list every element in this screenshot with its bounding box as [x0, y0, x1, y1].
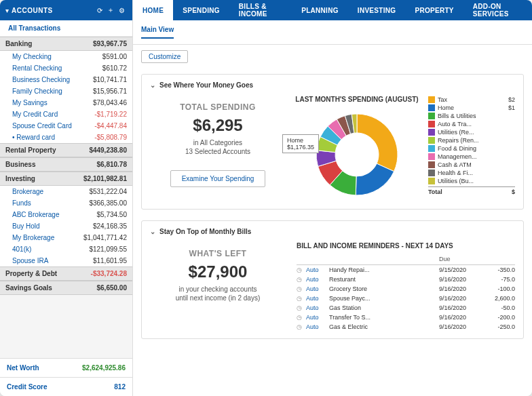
tab-investing[interactable]: INVESTING	[348, 0, 406, 20]
account-name: My Savings	[12, 99, 48, 106]
tab-add-on-services[interactable]: ADD-ON SERVICES	[463, 0, 532, 20]
bills-panel: ⌄ Stay On Top of Monthly Bills WHAT'S LE…	[141, 220, 524, 339]
tab-home[interactable]: HOME	[133, 0, 173, 20]
legend-row[interactable]: Health & Fi...	[428, 169, 515, 177]
reminder-row[interactable]: ◷AutoGas Station9/16/2020-50.0	[297, 303, 515, 313]
sidebar-category[interactable]: Business$6,810.78	[0, 157, 132, 172]
legend-name: Repairs (Ren...	[438, 137, 515, 144]
account-row[interactable]: My Checking$591.00	[0, 51, 132, 62]
main-view-tab[interactable]: Main View	[141, 26, 174, 39]
reminder-due: 9/16/2020	[439, 295, 481, 302]
account-row[interactable]: Family Checking$15,956.71	[0, 85, 132, 97]
donut-slice[interactable]	[357, 114, 398, 172]
sidebar-category[interactable]: Investing$2,101,982.81	[0, 172, 132, 186]
sidebar-title: ACCOUNTS	[12, 7, 94, 14]
chart-legend: Tax$2Home$1Bills & UtilitiesAuto & Tra..…	[428, 96, 515, 202]
legend-row[interactable]: Utilities (Bu...	[428, 177, 515, 185]
reminder-due: 9/16/2020	[439, 276, 481, 283]
category-name: Rental Property	[5, 146, 56, 154]
spending-panel-header[interactable]: ⌄ See Where Your Money Goes	[150, 81, 515, 89]
auto-link[interactable]: Auto	[306, 266, 329, 273]
total-spending-block: TOTAL SPENDING $6,295 in All Categories …	[150, 96, 286, 202]
bills-panel-header[interactable]: ⌄ Stay On Top of Monthly Bills	[150, 228, 515, 235]
auto-link[interactable]: Auto	[306, 304, 329, 311]
chevron-down-icon: ⌄	[150, 81, 155, 89]
account-row[interactable]: My Brokerage$1,041,771.42	[0, 232, 132, 243]
legend-name: Tax	[438, 96, 508, 103]
gear-icon[interactable]: ⚙	[116, 7, 127, 14]
legend-row[interactable]: Home$1	[428, 104, 515, 112]
account-name: Funds	[12, 199, 31, 207]
reminder-row[interactable]: ◷AutoGas & Electric9/16/2020-250.0	[297, 322, 515, 332]
refresh-icon[interactable]: ⟳	[94, 7, 105, 14]
all-transactions-link[interactable]: All Transactions	[0, 20, 132, 37]
legend-row[interactable]: Auto & Tra...	[428, 120, 515, 128]
auto-link[interactable]: Auto	[306, 276, 329, 283]
whats-left-sub2: until next income (in 2 days)	[150, 294, 286, 302]
tab-spending[interactable]: SPENDING	[173, 0, 229, 20]
credit-score-value: 812	[114, 383, 126, 391]
legend-row[interactable]: Managemen...	[428, 153, 515, 161]
legend-row[interactable]: Bills & Utilities	[428, 112, 515, 120]
account-name: Family Checking	[12, 87, 62, 95]
sidebar-header: ▾ ACCOUNTS ⟳ ＋ ⚙	[0, 0, 132, 20]
credit-score-row[interactable]: Credit Score 812	[0, 377, 132, 396]
account-row[interactable]: My Credit Card-$1,719.22	[0, 108, 132, 120]
chart-title: LAST MONTH'S SPENDING (AUGUST)	[292, 96, 421, 103]
account-row[interactable]: Rental Checking$610.72	[0, 62, 132, 74]
auto-link[interactable]: Auto	[306, 295, 329, 302]
tab-planning[interactable]: PLANNING	[292, 0, 348, 20]
examine-spending-button[interactable]: Examine Your Spending	[170, 170, 266, 187]
account-name: Buy Hold	[12, 222, 40, 230]
sidebar-category[interactable]: Savings Goals$6,650.00	[0, 281, 132, 295]
net-worth-row[interactable]: Net Worth $2,624,925.86	[0, 358, 132, 377]
legend-row[interactable]: Cash & ATM	[428, 161, 515, 169]
account-row[interactable]: Buy Hold$24,168.35	[0, 220, 132, 232]
account-amount: -$5,808.79	[94, 134, 127, 141]
legend-row[interactable]: Repairs (Ren...	[428, 136, 515, 144]
reminder-row[interactable]: ◷AutoTransfer To S...9/16/2020-200.0	[297, 313, 515, 322]
account-row[interactable]: My Savings$78,043.46	[0, 97, 132, 108]
tooltip-label: Home	[287, 137, 314, 144]
reminder-name: Spouse Payc...	[329, 295, 439, 302]
account-row[interactable]: • Reward card-$5,808.79	[0, 132, 132, 143]
add-icon[interactable]: ＋	[105, 5, 116, 15]
reminders-header-row: Due	[297, 254, 515, 265]
account-row[interactable]: Spouse Credit Card-$4,447.84	[0, 120, 132, 132]
reminder-row[interactable]: ◷AutoHandy Repai...9/15/2020-350.0	[297, 265, 515, 275]
auto-link[interactable]: Auto	[306, 323, 329, 330]
reminder-row[interactable]: ◷AutoSpouse Payc...9/16/20202,600.0	[297, 294, 515, 303]
reminder-name: Gas Station	[329, 304, 439, 311]
auto-link[interactable]: Auto	[306, 285, 329, 292]
reminder-amount: -50.0	[481, 304, 515, 311]
account-row[interactable]: Spouse IRA$11,601.95	[0, 255, 132, 266]
account-row[interactable]: Business Checking$10,741.71	[0, 74, 132, 85]
tab-property[interactable]: PROPERTY	[405, 0, 463, 20]
account-row[interactable]: Brokerage$531,222.04	[0, 186, 132, 197]
customize-button[interactable]: Customize	[141, 50, 188, 63]
account-row[interactable]: ABC Brokerage$5,734.50	[0, 209, 132, 220]
net-worth-label: Net Worth	[7, 364, 39, 372]
reminder-row[interactable]: ◷AutoGrocery Store9/16/2020-100.0	[297, 284, 515, 294]
account-row[interactable]: 401(k)$121,099.55	[0, 243, 132, 255]
sidebar-category[interactable]: Banking$93,967.75	[0, 37, 132, 51]
reminder-row[interactable]: ◷AutoResturant9/16/2020-75.0	[297, 275, 515, 284]
donut-chart[interactable]: Home $1,176.35	[309, 107, 404, 202]
legend-swatch	[428, 129, 435, 136]
category-total: $2,101,982.81	[83, 175, 127, 182]
clock-icon: ◷	[297, 276, 306, 283]
net-worth-value: $2,624,925.86	[82, 364, 126, 372]
account-amount: $11,601.95	[93, 257, 127, 264]
sidebar-category[interactable]: Property & Debt-$33,724.28	[0, 266, 132, 281]
legend-row[interactable]: Tax$2	[428, 96, 515, 104]
reminder-name: Resturant	[329, 276, 439, 283]
legend-row[interactable]: Utilities (Re...	[428, 128, 515, 136]
tab-bills-income[interactable]: BILLS & INCOME	[229, 0, 292, 20]
legend-swatch	[428, 113, 435, 119]
category-total: -$33,724.28	[91, 270, 127, 277]
auto-link[interactable]: Auto	[306, 314, 329, 321]
clock-icon: ◷	[297, 295, 306, 302]
account-row[interactable]: Funds$366,385.00	[0, 197, 132, 209]
sidebar-category[interactable]: Rental Property$449,238.80	[0, 143, 132, 157]
legend-row[interactable]: Food & Dining	[428, 144, 515, 153]
